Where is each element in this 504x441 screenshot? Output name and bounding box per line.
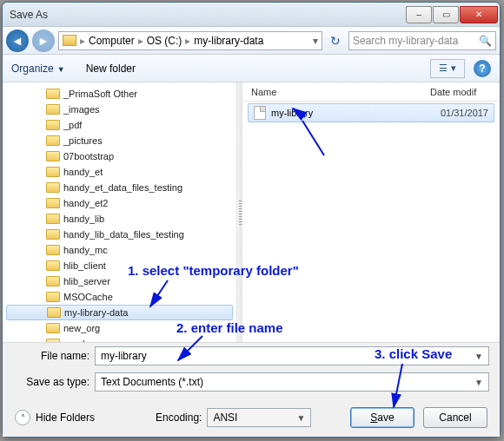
tree-item-label: handy_lib — [63, 214, 104, 224]
tree-item-label: 07bootstrap — [63, 151, 114, 161]
column-headers[interactable]: Name Date modif — [242, 82, 500, 102]
command-toolbar: Organize▼ New folder ☰ ▾ ? — [3, 55, 500, 82]
tree-folder-item[interactable]: handy_et — [3, 164, 236, 180]
tree-folder-item[interactable]: hlib_server — [3, 273, 236, 289]
encoding-label: Encoding: — [156, 411, 202, 424]
back-button[interactable]: ◄ — [6, 30, 29, 52]
folder-icon — [46, 198, 60, 208]
window-title: Save As — [10, 9, 406, 21]
refresh-button[interactable]: ↻ — [326, 34, 345, 48]
close-button[interactable]: ✕ — [460, 6, 498, 23]
nav-bar: ◄ ► ▸ Computer ▸ OS (C:) ▸ my-library-da… — [3, 27, 500, 55]
tree-item-label: new_org — [63, 323, 100, 333]
tree-item-label: handy_et — [63, 167, 103, 177]
new-folder-button[interactable]: New folder — [86, 63, 136, 75]
column-name[interactable]: Name — [242, 87, 430, 97]
tree-item-label: hlib_client — [63, 260, 106, 271]
tree-item-label: handy_et2 — [63, 198, 108, 208]
tree-item-label: _images — [63, 104, 100, 115]
tree-item-label: _pictures — [63, 135, 103, 146]
tree-folder-item[interactable]: handy_lib — [3, 211, 236, 227]
folder-icon — [46, 276, 60, 286]
saveastype-select[interactable]: Text Documents (*.txt) ▼ — [95, 372, 489, 392]
search-input[interactable]: Search my-library-data 🔍 — [348, 31, 496, 50]
tree-folder-item[interactable]: 07bootstrap — [3, 148, 236, 164]
folder-icon — [46, 229, 60, 240]
chevron-right-icon: ▸ — [138, 35, 143, 47]
title-bar: Save As – ▭ ✕ — [3, 3, 500, 27]
folder-icon — [46, 89, 60, 99]
encoding-select[interactable]: ANSI ▼ — [207, 408, 311, 427]
filename-label: File name: — [13, 350, 90, 362]
tree-item-label: hlib_server — [63, 276, 110, 286]
file-date: 01/31/2017 — [441, 108, 488, 118]
file-list-pane: Name Date modif my-library 01/31/2017 — [242, 82, 500, 342]
chevron-up-icon: ˄ — [15, 410, 30, 425]
help-button[interactable]: ? — [474, 60, 491, 77]
chevron-down-icon: ▼ — [297, 413, 306, 423]
dialog-bottom: File name: my-library ▼ Save as type: Te… — [3, 342, 500, 437]
folder-icon — [46, 104, 60, 115]
tree-item-label: handy_et_data_files_testing — [63, 182, 182, 193]
tree-folder-item[interactable]: _pictures — [3, 133, 236, 148]
tree-item-label: MSOCache — [63, 292, 113, 302]
chevron-down-icon[interactable]: ▼ — [474, 352, 483, 361]
tree-folder-item[interactable]: handy_mc — [3, 242, 236, 258]
tree-item-label: _pdf — [63, 120, 82, 130]
tree-folder-item[interactable]: _PrimaSoft Other — [3, 86, 236, 102]
folder-icon — [46, 151, 60, 161]
organize-menu[interactable]: Organize▼ — [11, 63, 65, 75]
folder-icon — [46, 245, 60, 255]
maximize-button[interactable]: ▭ — [433, 6, 459, 23]
address-bar[interactable]: ▸ Computer ▸ OS (C:) ▸ my-library-data ▾ — [58, 31, 322, 50]
minimize-button[interactable]: – — [406, 6, 432, 23]
tree-item-label: handy_lib_data_files_testing — [63, 229, 184, 240]
chevron-down-icon: ▼ — [57, 65, 65, 74]
tree-folder-item[interactable]: my-library-data — [6, 305, 233, 320]
tree-folder-item[interactable]: MSOCache — [3, 289, 236, 305]
tree-folder-item[interactable]: new_org — [3, 320, 236, 336]
cancel-button[interactable]: Cancel — [423, 407, 487, 428]
folder-icon — [46, 167, 60, 177]
folder-icon — [46, 292, 60, 302]
search-icon: 🔍 — [479, 35, 492, 47]
tree-folder-item[interactable]: orgplus — [3, 336, 236, 342]
chevron-right-icon: ▸ — [185, 35, 190, 47]
folder-icon — [46, 120, 60, 130]
filename-input[interactable]: my-library ▼ — [95, 346, 489, 365]
file-list[interactable]: my-library 01/31/2017 — [242, 102, 500, 342]
tree-item-label: handy_mc — [63, 245, 108, 255]
save-as-dialog: Save As – ▭ ✕ ◄ ► ▸ Computer ▸ OS (C:) ▸… — [2, 2, 501, 438]
tree-folder-item[interactable]: hlib_client — [3, 258, 236, 273]
folder-icon — [47, 307, 61, 318]
folder-icon — [46, 260, 60, 271]
chevron-down-icon: ▼ — [474, 378, 483, 387]
folder-icon — [46, 135, 60, 146]
tree-folder-item[interactable]: _images — [3, 102, 236, 117]
folder-icon — [46, 323, 60, 333]
text-file-icon — [254, 106, 266, 120]
breadcrumb-item[interactable]: my-library-data — [194, 35, 263, 47]
save-button[interactable]: Save — [350, 407, 414, 428]
address-dropdown-icon[interactable]: ▾ — [313, 35, 318, 47]
tree-folder-item[interactable]: handy_et2 — [3, 195, 236, 211]
folder-icon — [46, 214, 60, 224]
view-options-button[interactable]: ☰ ▾ — [430, 59, 465, 78]
saveastype-label: Save as type: — [13, 376, 90, 388]
breadcrumb-item[interactable]: Computer — [89, 35, 135, 47]
hide-folders-button[interactable]: ˄ Hide Folders — [15, 410, 95, 425]
tree-item-label: my-library-data — [64, 307, 128, 318]
folder-icon — [46, 182, 60, 193]
tree-folder-item[interactable]: handy_et_data_files_testing — [3, 180, 236, 195]
folder-tree[interactable]: _PrimaSoft Other_images_pdf_pictures07bo… — [3, 82, 237, 342]
forward-button[interactable]: ► — [32, 30, 55, 52]
tree-item-label: _PrimaSoft Other — [63, 89, 137, 99]
tree-item-label: orgplus — [63, 339, 95, 342]
search-placeholder: Search my-library-data — [353, 35, 458, 47]
file-row[interactable]: my-library 01/31/2017 — [248, 103, 494, 122]
chevron-right-icon: ▸ — [80, 35, 85, 47]
breadcrumb-item[interactable]: OS (C:) — [147, 35, 182, 47]
tree-folder-item[interactable]: handy_lib_data_files_testing — [3, 227, 236, 242]
tree-folder-item[interactable]: _pdf — [3, 117, 236, 133]
column-date[interactable]: Date modif — [430, 87, 500, 97]
